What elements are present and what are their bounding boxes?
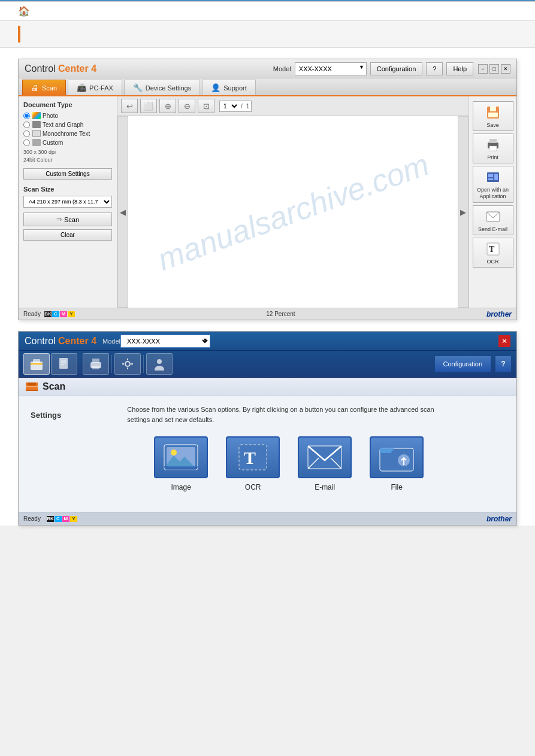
- radio-text-graph-input[interactable]: [23, 122, 30, 128]
- radio-mono-text-input[interactable]: [23, 130, 30, 137]
- app-brand: Control Center 4: [25, 63, 96, 74]
- help-question-button[interactable]: ?: [426, 62, 443, 75]
- email-label: E-mail: [315, 483, 335, 491]
- scan-file-item[interactable]: File: [370, 436, 424, 491]
- tab-scan[interactable]: 🖨 Scan: [22, 80, 66, 95]
- model-select[interactable]: XXX-XXXX: [295, 62, 367, 75]
- open-app-icon: [485, 169, 501, 186]
- zoom-in-button[interactable]: ⊕: [159, 99, 176, 113]
- page-total: 1: [244, 103, 252, 110]
- page-control: 1 / 1: [219, 101, 252, 112]
- file-label: File: [391, 483, 402, 491]
- device-settings-tab-label: Device Settings: [146, 84, 191, 92]
- ink-status2: BK C M Y: [47, 516, 77, 522]
- scan-image-item[interactable]: Image: [154, 436, 208, 491]
- page-select[interactable]: 1: [220, 101, 239, 111]
- document-type-title: Document Type: [23, 101, 112, 108]
- radio-photo[interactable]: Photo: [23, 112, 112, 119]
- model-label: Model: [273, 65, 291, 72]
- svg-rect-16: [59, 358, 68, 369]
- description-line2: settings and set new defaults.: [127, 416, 214, 423]
- config-button2[interactable]: Configuration: [434, 356, 491, 372]
- scan-size-select[interactable]: A4 210 x 297 mm (8.3 x 11.7 ...: [23, 196, 112, 208]
- print-action-button[interactable]: Print: [473, 133, 513, 163]
- scan-email-item[interactable]: E-mail: [298, 436, 352, 491]
- config-button[interactable]: Configuration: [370, 62, 422, 75]
- radio-custom-input[interactable]: [23, 139, 30, 146]
- next-arrow[interactable]: ▶: [458, 116, 468, 308]
- scan-content: Settings Choose from the various Scan op…: [19, 396, 516, 512]
- radio-custom[interactable]: Custom: [23, 139, 112, 146]
- mono-text-icon: [32, 130, 41, 137]
- minimize-button[interactable]: −: [478, 64, 488, 74]
- svg-rect-21: [92, 359, 99, 363]
- scan-content-row: Settings Choose from the various Scan op…: [31, 405, 504, 503]
- description-line1: Choose from the various Scan options. By…: [127, 406, 434, 413]
- scan-button[interactable]: ⇒ Scan: [23, 212, 112, 226]
- watermark: manualsarchive.com: [153, 146, 434, 277]
- toolbar-row: ↩ ⬜ ⊕ ⊖ ⊡ 1 / 1: [117, 96, 468, 116]
- svg-rect-13: [31, 362, 43, 370]
- undo-button[interactable]: ↩: [121, 99, 138, 113]
- help-button[interactable]: Help: [446, 62, 473, 75]
- status-ready: Ready: [23, 311, 41, 317]
- fit-button[interactable]: ⊡: [198, 99, 214, 113]
- tab-support[interactable]: 👤 Support: [202, 80, 256, 95]
- tab-separator3: [143, 355, 144, 373]
- ink-bk: BK: [44, 311, 52, 317]
- ink-y2: Y: [70, 516, 77, 522]
- tab2-print[interactable]: [83, 353, 109, 375]
- preview-button[interactable]: ⬜: [140, 99, 157, 113]
- radio-photo-input[interactable]: [23, 113, 30, 119]
- ocr-action-button[interactable]: T OCR: [473, 238, 513, 268]
- open-app-action-label: Open with an Application: [474, 187, 512, 200]
- tab2-scan[interactable]: [23, 353, 50, 375]
- save-action-button[interactable]: Save: [473, 101, 513, 131]
- pcfax-tab-icon: 📠: [77, 83, 86, 92]
- scan-icons-row: Image T OCR: [73, 436, 504, 491]
- left-panel: Document Type Photo Text and Graph Monoc…: [19, 96, 117, 308]
- window1-body: Document Type Photo Text and Graph Monoc…: [19, 96, 516, 308]
- save-action-label: Save: [486, 122, 499, 128]
- svg-rect-1: [490, 107, 496, 111]
- open-app-action-button[interactable]: Open with an Application: [473, 166, 513, 203]
- tab2-document[interactable]: [51, 353, 77, 375]
- svg-rect-7: [488, 174, 493, 177]
- clear-button[interactable]: Clear: [23, 229, 112, 241]
- spec-line2: 24bit Colour: [23, 157, 53, 163]
- help-button2[interactable]: ?: [495, 356, 512, 372]
- window1: Control Center 4 Model XXX-XXXX Configur…: [18, 59, 517, 320]
- tab2-settings[interactable]: [114, 353, 141, 375]
- zoom-out-button[interactable]: ⊖: [179, 99, 195, 113]
- center-area: ↩ ⬜ ⊕ ⊖ ⊡ 1 / 1 ◀: [117, 96, 468, 308]
- tab-device-settings[interactable]: 🔧 Device Settings: [124, 80, 200, 95]
- email-action-button[interactable]: Send E-mail: [473, 205, 513, 235]
- custom-icon: [32, 139, 41, 146]
- close-button2[interactable]: ✕: [498, 335, 510, 347]
- save-icon: [485, 104, 501, 121]
- brand-control2: Control: [25, 336, 56, 346]
- custom-label: Custom: [43, 139, 63, 146]
- close-button[interactable]: ✕: [501, 64, 510, 74]
- preview-row: ◀ manualsarchive.com ▶: [117, 116, 468, 308]
- titlebar2: Control Center 4 Model XXX-XXXX ✕: [19, 332, 516, 351]
- image-icon: [154, 436, 208, 478]
- ink-status: BK C M Y: [44, 311, 75, 317]
- scan-tab-icon: 🖨: [31, 83, 39, 92]
- tab-pcfax[interactable]: 📠 PC-FAX: [68, 80, 122, 95]
- preview-canvas: manualsarchive.com: [128, 116, 458, 308]
- custom-settings-button[interactable]: Custom Settings: [23, 168, 112, 180]
- radio-text-graph[interactable]: Text and Graph: [23, 121, 112, 128]
- svg-rect-8: [494, 174, 498, 180]
- home-icon[interactable]: 🏠: [18, 6, 30, 16]
- radio-mono-text[interactable]: Monochrome Text: [23, 130, 112, 137]
- prev-arrow[interactable]: ◀: [117, 116, 128, 308]
- tab2-support[interactable]: [146, 353, 173, 375]
- scan-ocr-item[interactable]: T OCR: [226, 436, 280, 491]
- home-icon-bar: 🏠: [0, 2, 535, 20]
- status-percent: 12 Percent: [75, 311, 486, 317]
- model-select2[interactable]: XXX-XXXX: [120, 335, 210, 348]
- svg-text:T: T: [489, 245, 495, 254]
- svg-rect-30: [28, 382, 36, 385]
- restore-button[interactable]: □: [489, 64, 499, 74]
